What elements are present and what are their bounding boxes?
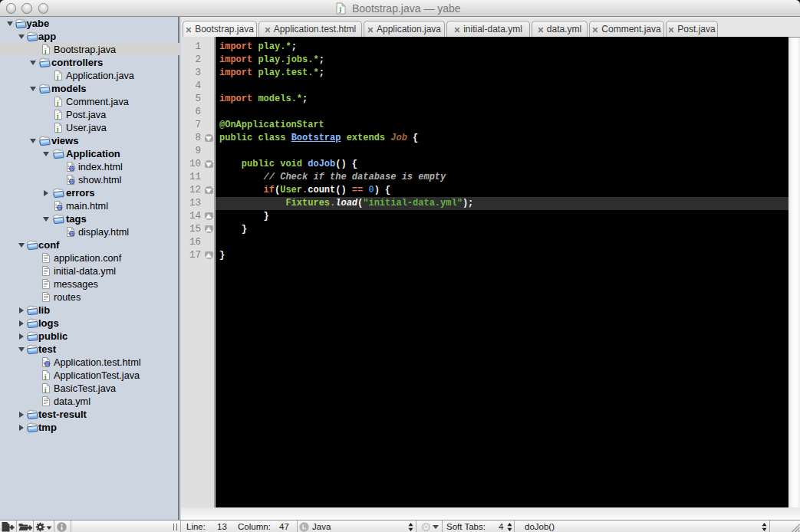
svg-text:j: j [338, 5, 341, 13]
svg-text:j: j [44, 47, 47, 54]
svg-text:j: j [44, 373, 47, 380]
svg-text:j: j [44, 386, 47, 393]
svg-text:j: j [56, 125, 59, 133]
svg-text:j: j [56, 99, 59, 107]
svg-text:j: j [56, 73, 59, 80]
svg-text:j: j [56, 112, 59, 120]
